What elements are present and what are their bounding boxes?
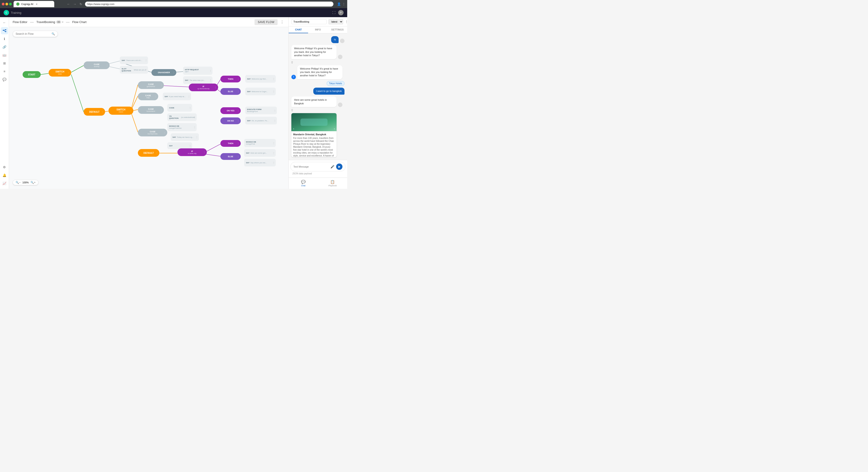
on-no-menu[interactable]: ⋮: [237, 120, 239, 122]
yn-question-node[interactable]: YN QUESTION (cc.selectedHotel... ⋮: [167, 113, 197, 121]
case-activity-menu-icon[interactable]: ⋮: [106, 64, 108, 67]
bottom-nav-playbook[interactable]: 📋 Playbook: [318, 178, 347, 189]
http-menu-icon[interactable]: ⋮: [209, 70, 212, 72]
then1-menu-icon[interactable]: ⋮: [237, 78, 239, 80]
back-btn[interactable]: ←: [66, 2, 71, 6]
say4-node[interactable]: SAY Today we have a g... ⋮: [170, 133, 199, 141]
hotel-prev-icon[interactable]: ‹: [293, 127, 294, 130]
say1-node[interactable]: SAY There are a lot of i... ⋮: [120, 57, 148, 64]
http-request-node[interactable]: HTTP REQUEST GET ⋮: [183, 67, 213, 75]
user-icon[interactable]: P: [338, 10, 344, 15]
start-menu-icon[interactable]: ⋮: [37, 73, 39, 76]
sidebar-lexicon-icon[interactable]: 📖: [1, 52, 8, 59]
sidebar-chat-icon[interactable]: 💬: [1, 76, 8, 83]
on-no-node[interactable]: ON NO ⋮: [220, 117, 241, 124]
say-else2-menu[interactable]: ⋮: [273, 162, 275, 164]
sidebar-layers-icon[interactable]: ≡: [1, 68, 8, 75]
then2-node[interactable]: THEN ⋮: [220, 140, 241, 147]
send-btn[interactable]: ▶: [336, 164, 342, 170]
chat-messages[interactable]: hi Welcome Philipp! It's great to have y…: [289, 33, 347, 160]
sidebar-table-icon[interactable]: ⊞: [1, 60, 8, 67]
mongo-db1-menu[interactable]: ⋮: [193, 126, 196, 129]
if-cl-menu[interactable]: ⋮: [203, 151, 206, 154]
tab-chat[interactable]: CHAT: [289, 26, 308, 33]
default1-menu[interactable]: ⋮: [101, 111, 104, 113]
case-tourspecials-node[interactable]: CASE tourSpecials ⋮: [138, 129, 167, 136]
new-tab-btn[interactable]: [56, 1, 62, 7]
sidebar-alert-icon[interactable]: 🔔: [1, 172, 8, 179]
default2-menu[interactable]: ⋮: [156, 152, 158, 154]
case-activity-node[interactable]: CASE activity ⋮: [84, 61, 110, 69]
zoom-out-btn[interactable]: 🔍−: [16, 181, 21, 184]
say-then2-node[interactable]: SAY Here are some gre... ⋮: [244, 149, 276, 157]
sidebar-info-icon[interactable]: ℹ: [1, 35, 8, 42]
if-cp-node[interactable]: IF cp.favouritecity ⋮: [189, 83, 218, 91]
code-node[interactable]: CODE ⋮: [167, 104, 192, 111]
slot-question-node[interactable]: SLOT QUESTION What are you inter... ⋮: [120, 66, 148, 74]
chat-text-input[interactable]: [293, 165, 329, 168]
else1-node[interactable]: ELSE ⋮: [220, 88, 241, 95]
address-bar[interactable]: https://www.cognigy.com: [85, 2, 333, 6]
say-else1-menu[interactable]: ⋮: [273, 90, 275, 93]
menu-btn[interactable]: ⋮: [342, 2, 345, 6]
win-close-btn[interactable]: [2, 3, 4, 5]
code-menu[interactable]: ⋮: [189, 107, 191, 109]
tab-close-btn[interactable]: ✕: [35, 2, 38, 6]
if-cp-menu-icon[interactable]: ⋮: [215, 86, 217, 89]
sidebar-back-btn[interactable]: ←: [1, 19, 8, 26]
slot-menu-icon[interactable]: ⋮: [145, 69, 147, 71]
zoom-in-btn[interactable]: 🔍+: [31, 181, 35, 184]
then1-node[interactable]: THEN ⋮: [220, 76, 241, 82]
flow-name-link[interactable]: TravelBooking 15 ▾: [36, 20, 63, 24]
case-getstarted-menu-icon[interactable]: ⋮: [160, 84, 162, 87]
suggestion-chip-tokyo[interactable]: Tokyo Hotels: [327, 81, 344, 86]
say5-menu[interactable]: ⋮: [189, 144, 191, 147]
say4-menu[interactable]: ⋮: [196, 136, 198, 138]
flow-canvas[interactable]: 🔍: [9, 27, 288, 189]
onanswer-node[interactable]: ONANSWER ⋮: [151, 69, 176, 76]
win-max-btn[interactable]: [9, 3, 12, 5]
start-node[interactable]: START ⋮: [23, 71, 41, 78]
say-else1-node[interactable]: SAY Welcome to Cogni... ⋮: [245, 88, 276, 95]
default1-node[interactable]: DEFAULT ⋮: [84, 108, 105, 115]
say2-node[interactable]: SAY The area near (cc... ⋮: [183, 76, 213, 84]
case-tourspecials-menu[interactable]: ⋮: [164, 131, 166, 134]
case-getstarted-node[interactable]: CASE getStarted ⋮: [138, 81, 164, 89]
sidebar-flow-icon[interactable]: [1, 27, 8, 34]
on-yes-menu[interactable]: ⋮: [237, 109, 239, 112]
if-cl-node[interactable]: IF cl.slots.city ⋮: [178, 148, 207, 156]
then2-menu[interactable]: ⋮: [237, 142, 239, 145]
sidebar-analytics-icon[interactable]: 📈: [1, 180, 8, 187]
say-then1-node[interactable]: SAY Welcome (op first... ⋮: [245, 75, 276, 83]
default2-node[interactable]: DEFAULT ⋮: [138, 149, 159, 157]
search-input[interactable]: [16, 32, 50, 35]
case-help-menu-icon[interactable]: ⋮: [155, 95, 157, 98]
say1-menu-icon[interactable]: ⋮: [145, 59, 147, 62]
switch1-node[interactable]: SWITCH state ⋮: [49, 69, 71, 76]
mic-btn[interactable]: 🎤: [331, 165, 334, 168]
else2-node[interactable]: ELSE ⋮: [220, 153, 241, 160]
say3-menu[interactable]: ⋮: [188, 95, 190, 98]
on-yes-node[interactable]: ON YES ⋮: [220, 107, 241, 114]
else1-menu-icon[interactable]: ⋮: [237, 90, 239, 93]
case-bookintent-node[interactable]: CASE bookIntent ⋮: [138, 106, 164, 114]
switch2-node[interactable]: SWITCH intent ⋮: [108, 107, 133, 115]
reload-btn[interactable]: ↻: [79, 2, 83, 6]
say2-menu-icon[interactable]: ⋮: [209, 79, 212, 81]
profile-btn[interactable]: 👤: [337, 2, 341, 6]
flow-chart-link[interactable]: Flow Chart: [72, 20, 87, 24]
mongo-db2-menu[interactable]: ⋮: [273, 142, 275, 144]
bottom-nav-chat[interactable]: 💬 Chat: [289, 178, 318, 189]
hotel-next-icon[interactable]: ›: [334, 127, 335, 130]
execute-form-menu[interactable]: ⋮: [274, 109, 276, 112]
tab-info[interactable]: INFO: [308, 26, 328, 33]
mongo-db2-node[interactable]: MONGO DB mongoFind ⋮: [244, 139, 276, 147]
say-then1-menu[interactable]: ⋮: [273, 78, 275, 80]
onanswer-menu-icon[interactable]: ⋮: [173, 71, 175, 74]
else2-menu[interactable]: ⋮: [237, 156, 239, 158]
say-else2-node[interactable]: SAY Say where you wa... ⋮: [244, 159, 276, 166]
forward-btn[interactable]: →: [72, 2, 77, 6]
save-flow-button[interactable]: SAVE FLOW: [254, 19, 278, 25]
case-bookintent-menu-icon[interactable]: ⋮: [160, 109, 162, 111]
mongo-db1-node[interactable]: MONGO DB mongoFindOne ⋮: [167, 123, 197, 131]
